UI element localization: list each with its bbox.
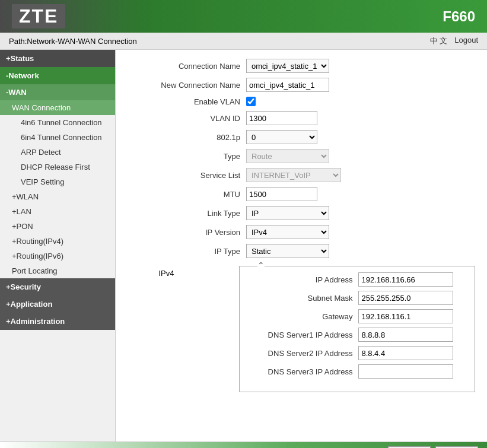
sidebar-item-routing-ipv6[interactable]: +Routing(IPv6) [0, 249, 115, 263]
enable-vlan-row: Enable VLAN [128, 97, 475, 106]
dot8021p-label: 802.1p [128, 133, 246, 142]
ip-address-input[interactable] [358, 272, 453, 287]
sidebar-item-4in6[interactable]: 4in6 Tunnel Connection [0, 115, 115, 130]
service-list-row: Service List INTERNET_VoIP [128, 168, 475, 182]
sidebar-item-wan-connection[interactable]: WAN Connection [0, 100, 115, 115]
ip-version-row: IP Version IPv4IPv6 [128, 225, 475, 239]
sidebar-item-dhcp-release[interactable]: DHCP Release First [0, 160, 115, 174]
dot8021p-select[interactable]: 012 [246, 130, 317, 144]
vlan-id-input[interactable] [246, 111, 317, 125]
enable-vlan-label: Enable VLAN [128, 97, 246, 106]
sidebar-item-pon[interactable]: +PON [0, 219, 115, 234]
ip-version-select[interactable]: IPv4IPv6 [246, 225, 329, 239]
sidebar-item-security[interactable]: +Security [0, 278, 115, 296]
sidebar-item-application[interactable]: +Application [0, 296, 115, 313]
connection-name-select[interactable]: omci_ipv4_static_1 [246, 59, 329, 73]
dns2-input[interactable] [358, 346, 453, 360]
ipv4-section-container: IPv4 ⌃ IP Address Subnet Mask Gateway [128, 263, 475, 398]
sidebar-item-6in4[interactable]: 6in4 Tunnel Connection [0, 130, 115, 145]
sidebar: +Status -Network -WAN WAN Connection 4in… [0, 50, 116, 441]
dns3-label: DNS Server3 IP Address [252, 367, 358, 376]
content-area: Connection Name omci_ipv4_static_1 New C… [116, 50, 487, 441]
main-container: +Status -Network -WAN WAN Connection 4in… [0, 50, 487, 441]
ip-version-label: IP Version [128, 228, 246, 237]
sidebar-item-arp-detect[interactable]: ARP Detect [0, 145, 115, 160]
service-list-select[interactable]: INTERNET_VoIP [246, 168, 341, 182]
dns1-label: DNS Server1 IP Address [252, 331, 358, 339]
ip-type-select[interactable]: StaticDynamic [246, 244, 329, 258]
new-connection-name-input[interactable] [246, 78, 329, 92]
logo: ZTE [12, 4, 65, 28]
gateway-label: Gateway [252, 312, 358, 321]
vlan-id-row: VLAN ID [128, 111, 475, 125]
dns1-input[interactable] [358, 328, 453, 342]
sidebar-item-routing-ipv4[interactable]: +Routing(IPv4) [0, 234, 115, 249]
dot8021p-row: 802.1p 012 [128, 130, 475, 144]
dns2-label: DNS Server2 IP Address [252, 349, 358, 358]
vlan-id-label: VLAN ID [128, 114, 246, 123]
mtu-input[interactable] [246, 187, 317, 201]
footer: Modify Delete [0, 441, 487, 448]
gateway-input[interactable] [358, 309, 453, 323]
model-name: F660 [443, 8, 475, 25]
ipv4-section-label: IPv4 [128, 263, 180, 278]
sidebar-item-status[interactable]: +Status [0, 50, 115, 67]
mtu-row: MTU [128, 187, 475, 201]
ipv4-collapse-button[interactable]: ⌃ [257, 260, 265, 270]
gateway-row: Gateway [252, 309, 463, 323]
subnet-mask-input[interactable] [358, 291, 453, 305]
sidebar-item-network[interactable]: -Network [0, 67, 115, 84]
ipv4-box: ⌃ IP Address Subnet Mask Gateway [239, 266, 475, 392]
subnet-mask-label: Subnet Mask [252, 294, 358, 303]
enable-vlan-checkbox[interactable] [246, 97, 256, 106]
ip-type-row: IP Type StaticDynamic [128, 244, 475, 258]
sidebar-item-port-locating[interactable]: Port Locating [0, 263, 115, 278]
dns3-row: DNS Server3 IP Address [252, 364, 463, 379]
ip-address-label: IP Address [252, 275, 358, 284]
type-select[interactable]: Route [246, 149, 329, 163]
link-type-label: Link Type [128, 209, 246, 218]
subnet-mask-row: Subnet Mask [252, 291, 463, 305]
ip-type-label: IP Type [128, 247, 246, 256]
logout-link[interactable]: Logout [454, 36, 478, 46]
link-type-select[interactable]: IP [246, 206, 329, 220]
lang-switch[interactable]: 中 文 [430, 36, 448, 46]
breadcrumb: Path:Network-WAN-WAN Connection [9, 37, 137, 46]
new-connection-name-label: New Connection Name [128, 81, 246, 90]
sidebar-item-lan[interactable]: +LAN [0, 204, 115, 219]
dns1-row: DNS Server1 IP Address [252, 328, 463, 342]
sidebar-item-wan[interactable]: -WAN [0, 84, 115, 100]
dns2-row: DNS Server2 IP Address [252, 346, 463, 360]
service-list-label: Service List [128, 171, 246, 180]
type-row: Type Route [128, 149, 475, 163]
ip-address-row: IP Address [252, 272, 463, 287]
mtu-label: MTU [128, 190, 246, 199]
sidebar-item-wlan[interactable]: +WLAN [0, 189, 115, 204]
dns3-input[interactable] [358, 364, 453, 379]
new-connection-name-row: New Connection Name [128, 78, 475, 92]
path-bar: Path:Network-WAN-WAN Connection 中 文 Logo… [0, 33, 487, 50]
type-label: Type [128, 152, 246, 161]
header: ZTE F660 [0, 0, 487, 33]
sidebar-item-veip-setting[interactable]: VEIP Setting [0, 174, 115, 189]
sidebar-item-administration[interactable]: +Administration [0, 313, 115, 330]
connection-name-row: Connection Name omci_ipv4_static_1 [128, 59, 475, 73]
connection-name-label: Connection Name [128, 62, 246, 71]
link-type-row: Link Type IP [128, 206, 475, 220]
